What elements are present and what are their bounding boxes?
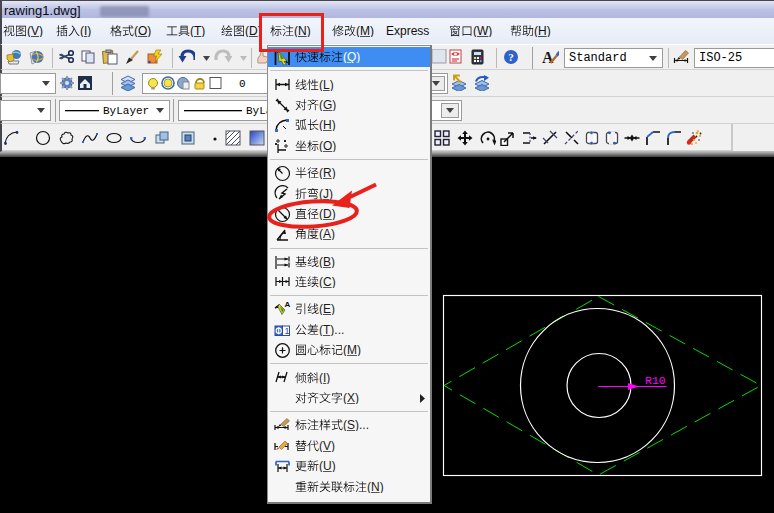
svg-text:(V): (V)	[319, 440, 335, 452]
svg-text:(W): (W)	[473, 25, 492, 37]
svg-text:(T)...: (T)...	[319, 324, 344, 336]
svg-text:(H): (H)	[534, 25, 551, 37]
svg-text:(B): (B)	[319, 256, 335, 268]
svg-text:(M): (M)	[343, 344, 361, 356]
svg-text:(I): (I)	[80, 25, 91, 37]
svg-text:1: 1	[285, 326, 290, 336]
svg-text:(U): (U)	[319, 460, 336, 472]
svg-text:R10: R10	[645, 374, 666, 387]
svg-text:(C): (C)	[319, 276, 336, 288]
svg-text:(N): (N)	[367, 481, 384, 493]
svg-text:(I): (I)	[319, 372, 330, 384]
svg-text:(E): (E)	[319, 303, 335, 315]
svg-text:(Q): (Q)	[343, 51, 360, 63]
svg-text:(T): (T)	[190, 25, 205, 37]
svg-text:(G): (G)	[319, 99, 336, 111]
svg-text:(X): (X)	[343, 392, 359, 404]
svg-text:?: ?	[508, 51, 514, 63]
svg-text:(V): (V)	[27, 25, 43, 37]
svg-text:(S)...: (S)...	[343, 419, 369, 431]
svg-text:(L): (L)	[319, 79, 334, 91]
svg-text:A: A	[285, 301, 291, 309]
svg-text:(M): (M)	[356, 25, 374, 37]
svg-text:(O): (O)	[134, 25, 151, 37]
svg-text:(O): (O)	[319, 140, 336, 152]
svg-text:(H): (H)	[319, 119, 336, 131]
